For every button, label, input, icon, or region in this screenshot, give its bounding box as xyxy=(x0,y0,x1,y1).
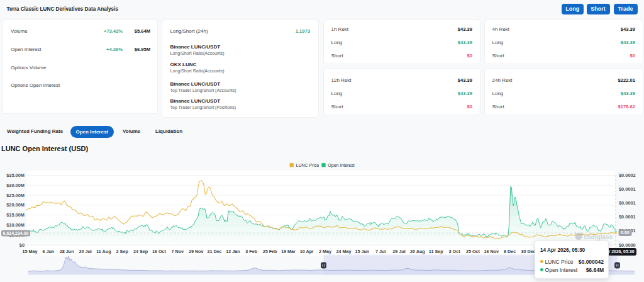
svg-text:$35.00M: $35.00M xyxy=(6,172,25,178)
svg-text:20 Jul: 20 Jul xyxy=(79,249,91,254)
svg-text:$25.00M: $25.00M xyxy=(6,193,25,198)
svg-text:16 Oct: 16 Oct xyxy=(152,249,167,254)
svg-text:3 Oct: 3 Oct xyxy=(449,249,461,254)
svg-text:25 Oct: 25 Oct xyxy=(466,249,480,254)
svg-text:$0: $0 xyxy=(19,242,25,248)
svg-text:25 Feb: 25 Feb xyxy=(263,249,277,254)
svg-text:$10.00M: $10.00M xyxy=(6,222,25,228)
svg-text:29 Nov: 29 Nov xyxy=(189,249,204,254)
svg-text:coinglass: coinglass xyxy=(584,234,613,240)
svg-text:24 May: 24 May xyxy=(336,249,352,254)
svg-text:$0.0001: $0.0001 xyxy=(619,214,636,220)
svg-text:24 Sep: 24 Sep xyxy=(133,249,148,254)
svg-text:8 Dec: 8 Dec xyxy=(504,249,516,254)
svg-text:3 Feb: 3 Feb xyxy=(245,249,257,254)
svg-text:21 Dec: 21 Dec xyxy=(207,249,221,254)
svg-text:LUNC Price: LUNC Price xyxy=(296,163,319,167)
svg-text:10 Apr: 10 Apr xyxy=(300,249,314,254)
svg-text:$30.00M: $30.00M xyxy=(6,183,25,188)
svg-text:19 Mar: 19 Mar xyxy=(281,249,296,254)
svg-text:15 May: 15 May xyxy=(23,249,38,254)
svg-text:$0.0001: $0.0001 xyxy=(619,186,636,192)
svg-text:6 Jun: 6 Jun xyxy=(42,249,54,254)
svg-text:$0.0000: $0.0000 xyxy=(619,242,636,248)
svg-text:$15.00M: $15.00M xyxy=(6,212,25,218)
svg-text:30 Dec: 30 Dec xyxy=(521,249,535,254)
svg-text:15 Jun: 15 Jun xyxy=(355,249,369,254)
svg-text:20 Aug: 20 Aug xyxy=(410,249,425,254)
svg-text:11 Aug: 11 Aug xyxy=(96,249,111,254)
svg-text:$20.00M: $20.00M xyxy=(6,202,25,208)
svg-text:7 Jul: 7 Jul xyxy=(375,249,386,254)
svg-text:2 May: 2 May xyxy=(319,249,331,254)
svg-text:2 Sep: 2 Sep xyxy=(116,249,129,254)
svg-text:7 Nov: 7 Nov xyxy=(172,249,184,254)
svg-text:28 Jun: 28 Jun xyxy=(60,249,74,254)
svg-text:12 Jan: 12 Jan xyxy=(226,249,240,254)
svg-text:Open Interest: Open Interest xyxy=(328,163,354,168)
svg-text:6,614,234.09: 6,614,234.09 xyxy=(3,231,29,236)
svg-text:0.00: 0.00 xyxy=(621,230,630,235)
svg-text:16 Nov: 16 Nov xyxy=(484,249,499,254)
svg-text:29 Jul: 29 Jul xyxy=(392,249,405,254)
svg-text:$0.0002: $0.0002 xyxy=(619,172,636,178)
svg-text:11 Sep: 11 Sep xyxy=(429,249,443,254)
svg-text:$0.0001: $0.0001 xyxy=(619,200,636,206)
